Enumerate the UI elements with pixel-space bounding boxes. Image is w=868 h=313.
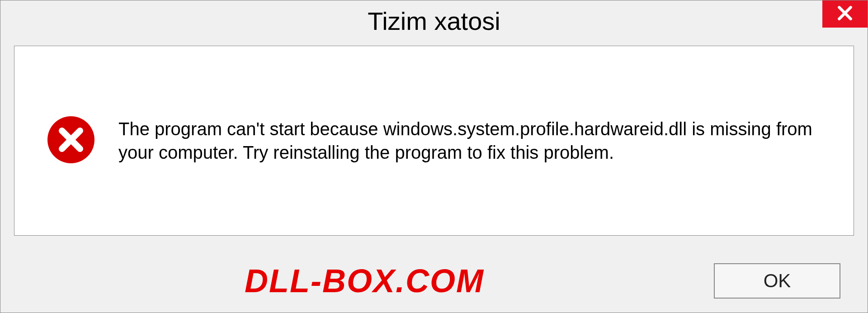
watermark-text: DLL-BOX.COM (245, 262, 484, 299)
close-icon (836, 5, 854, 24)
dialog-title: Tizim xatosi (368, 6, 500, 36)
footer-row: DLL-BOX.COM OK (0, 249, 868, 313)
ok-button[interactable]: OK (714, 263, 840, 299)
error-message: The program can't start because windows.… (118, 117, 826, 164)
titlebar: Tizim xatosi (0, 0, 868, 41)
close-button[interactable] (822, 0, 868, 28)
error-icon (46, 115, 96, 166)
message-panel: The program can't start because windows.… (14, 46, 854, 236)
